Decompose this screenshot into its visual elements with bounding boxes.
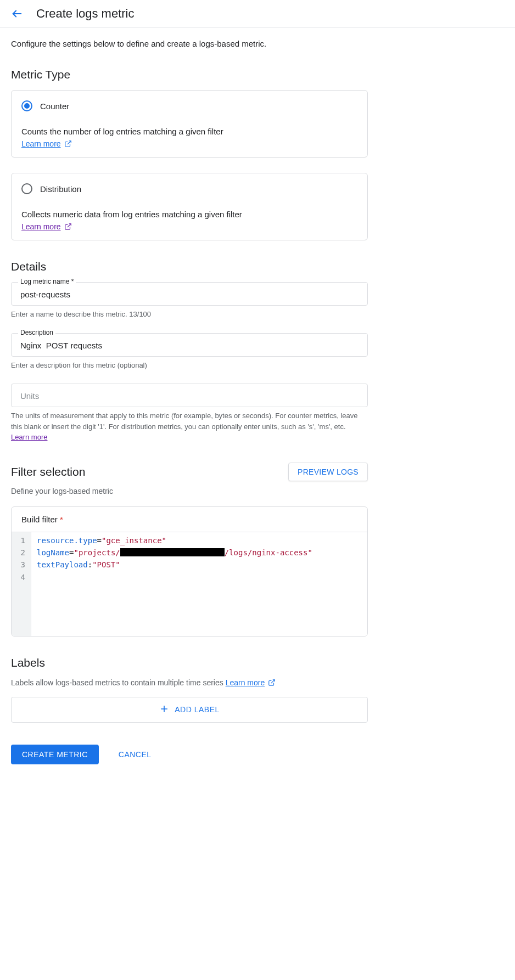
line-gutter: 1234 (12, 532, 31, 636)
svg-line-3 (271, 679, 275, 683)
code-token: "gce_instance" (102, 536, 166, 545)
svg-line-2 (67, 224, 70, 227)
radio-counter[interactable] (21, 100, 32, 111)
filter-code-lines[interactable]: resource.type="gce_instance" logName="pr… (31, 532, 367, 636)
back-arrow-icon[interactable] (11, 8, 23, 20)
log-metric-name-input[interactable] (19, 289, 360, 300)
page-title: Create logs metric (36, 7, 135, 21)
radio-card-distribution[interactable]: Distribution Collects numeric data from … (11, 173, 368, 240)
code-token: = (97, 536, 102, 545)
redacted-project-id (120, 548, 225, 556)
description-label: Description (18, 329, 55, 336)
details-heading: Details (11, 260, 504, 273)
intro-text: Configure the settings below to define a… (11, 39, 504, 48)
filter-heading: Filter selection (11, 465, 85, 478)
units-help: The units of measurement that apply to t… (11, 410, 368, 443)
log-metric-name-help: Enter a name to describe this metric. 13… (11, 309, 368, 320)
build-filter-label: Build filter (21, 515, 58, 524)
radio-counter-label: Counter (40, 102, 69, 111)
filter-code-editor[interactable]: 1234 resource.type="gce_instance" logNam… (12, 532, 367, 636)
external-link-icon (64, 223, 72, 230)
build-filter-box: Build filter * 1234 resource.type="gce_i… (11, 506, 368, 637)
metric-type-heading: Metric Type (11, 68, 504, 81)
radio-distribution[interactable] (21, 183, 32, 194)
log-metric-name-field-wrapper: Log metric name * (11, 282, 368, 306)
preview-logs-button[interactable]: PREVIEW LOGS (288, 463, 368, 481)
description-field-wrapper: Description (11, 333, 368, 357)
radio-counter-desc: Counts the number of log entries matchin… (21, 127, 357, 136)
filter-subtext: Define your logs-based metric (11, 487, 504, 495)
code-token: : (88, 560, 92, 569)
log-metric-name-label: Log metric name * (18, 278, 76, 285)
external-link-icon (268, 679, 276, 686)
required-star: * (60, 515, 63, 524)
code-token: textPayload (37, 560, 88, 569)
description-input[interactable] (19, 340, 360, 351)
learn-more-labels-text: Learn more (226, 678, 265, 687)
learn-more-units-link[interactable]: Learn more (11, 432, 47, 443)
code-token: "projects/ (74, 548, 120, 557)
cancel-button[interactable]: CANCEL (115, 750, 155, 759)
code-token: /logs/nginx-access" (225, 548, 312, 557)
labels-desc-text: Labels allow logs-based metrics to conta… (11, 678, 226, 687)
learn-more-units-text: Learn more (11, 432, 47, 443)
radio-card-counter[interactable]: Counter Counts the number of log entries… (11, 90, 368, 157)
learn-more-labels-link[interactable]: Learn more (226, 678, 276, 687)
learn-more-counter-text: Learn more (21, 139, 61, 148)
units-input[interactable] (19, 391, 360, 401)
learn-more-distribution-text: Learn more (21, 222, 61, 231)
labels-desc: Labels allow logs-based metrics to conta… (11, 678, 368, 687)
units-help-text: The units of measurement that apply to t… (11, 412, 357, 431)
plus-icon (159, 704, 169, 716)
page-header: Create logs metric (0, 0, 515, 28)
radio-distribution-label: Distribution (40, 184, 81, 194)
description-help: Enter a description for this metric (opt… (11, 360, 368, 371)
external-link-icon (64, 140, 72, 148)
labels-heading: Labels (11, 656, 504, 669)
add-label-text: ADD LABEL (175, 705, 220, 714)
add-label-button[interactable]: ADD LABEL (11, 697, 368, 723)
code-token: logName (37, 548, 69, 557)
code-token: resource.type (37, 536, 97, 545)
learn-more-distribution-link[interactable]: Learn more (21, 222, 72, 231)
learn-more-counter-link[interactable]: Learn more (21, 139, 72, 148)
radio-distribution-desc: Collects numeric data from log entries m… (21, 210, 357, 219)
code-token: "POST" (92, 560, 120, 569)
svg-line-1 (67, 141, 70, 144)
units-field-wrapper (11, 384, 368, 407)
create-metric-button[interactable]: CREATE METRIC (11, 745, 99, 764)
